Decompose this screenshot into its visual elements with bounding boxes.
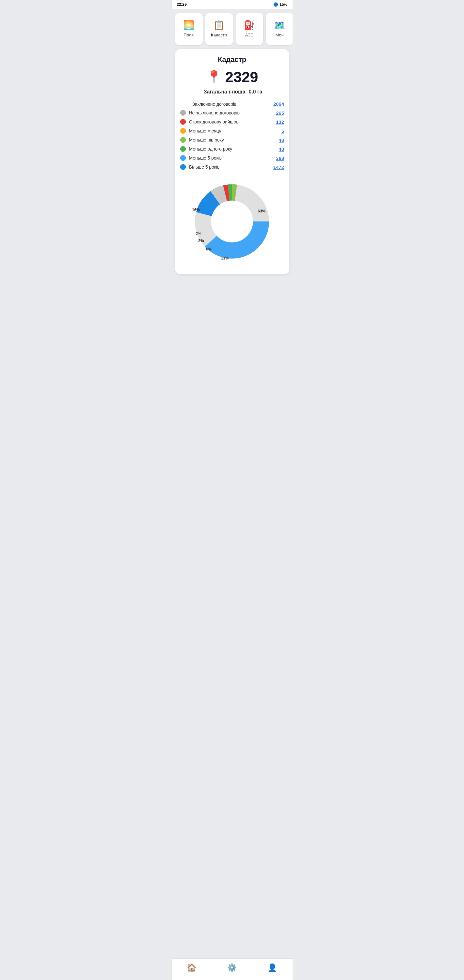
stat-value-signed[interactable]: 2064 <box>273 101 284 107</box>
stat-row-signed: Заключено договорів 2064 <box>180 101 284 107</box>
total-area-value: 0.0 га <box>249 89 262 94</box>
status-indicators: 🔵 15% <box>273 2 287 7</box>
dot-less-month <box>180 128 186 134</box>
dot-more-5years <box>180 164 186 170</box>
stat-label-less-5years: Меньше 5 років <box>189 155 273 161</box>
status-bar: 22:29 🔵 15% <box>172 0 292 9</box>
stat-value-expired[interactable]: 132 <box>276 119 284 125</box>
label-16pct: 16% <box>192 208 200 212</box>
chart-svg: 63% 16% 11% 6% 2% 2% <box>187 177 277 267</box>
stat-value-unsigned[interactable]: 265 <box>276 110 284 116</box>
cadastre-icon: 📋 <box>213 21 225 30</box>
dot-less-half-year <box>180 137 186 143</box>
stat-label-less-half-year: Меньше пів року <box>189 137 275 143</box>
main-cadastre-card: Кадастр 📍 2329 Загальна площа 0.0 га Зак… <box>175 49 289 274</box>
dot-less-5years <box>180 155 186 161</box>
nav-card-cadastre[interactable]: 📋 Кадастр <box>205 13 233 45</box>
label-11pct: 11% <box>221 256 229 261</box>
stats-list: Заключено договорів 2064 Не заключено до… <box>180 101 284 170</box>
stat-value-less-month[interactable]: 5 <box>281 128 284 134</box>
stat-row-unsigned: Не заключено договорів 265 <box>180 110 284 116</box>
stat-row-less-half-year: Меньше пів року 48 <box>180 137 284 143</box>
label-63pct: 63% <box>258 209 265 213</box>
stat-label-more-5years: Більше 5 років <box>189 164 270 170</box>
total-area-row: Загальна площа 0.0 га <box>180 89 284 95</box>
stat-value-less-year[interactable]: 40 <box>279 146 284 152</box>
stat-row-less-month: Меньше місяця 5 <box>180 128 284 134</box>
status-time: 22:29 <box>177 2 187 7</box>
stat-row-less-5years: Меньше 5 років 368 <box>180 155 284 161</box>
gas-icon: ⛽ <box>243 21 255 30</box>
stat-label-signed: Заключено договорів <box>192 102 270 107</box>
mon-icon: 🗺️ <box>274 21 285 30</box>
stat-row-expired: Строк договору вийшов 132 <box>180 119 284 125</box>
stat-label-less-month: Меньше місяця <box>189 128 278 134</box>
dot-unsigned <box>180 110 186 116</box>
stat-label-unsigned: Не заключено договорів <box>189 110 273 115</box>
nav-card-fields[interactable]: 🌅 Поля <box>175 13 203 45</box>
stat-value-more-5years[interactable]: 1472 <box>273 164 284 170</box>
hero-pin-icon: 📍 <box>206 70 222 85</box>
nav-card-mon[interactable]: 🗺️ Мон <box>266 13 292 45</box>
stat-label-expired: Строк договору вийшов <box>189 119 273 124</box>
stat-value-less-5years[interactable]: 368 <box>276 155 284 161</box>
fields-label: Поля <box>184 33 194 37</box>
dot-less-year <box>180 146 186 152</box>
total-area-label: Загальна площа <box>203 89 245 94</box>
donut-chart: 63% 16% 11% 6% 2% 2% <box>187 177 277 267</box>
mon-label: Мон <box>275 33 284 37</box>
stat-label-less-year: Меньше одного року <box>189 146 275 151</box>
label-2pct-2: 2% <box>198 239 204 243</box>
gas-label: АЗС <box>245 33 254 37</box>
fields-icon: 🌅 <box>183 21 194 30</box>
chart-center <box>211 201 253 242</box>
label-2pct-1: 2% <box>195 231 202 236</box>
stat-value-less-half-year[interactable]: 48 <box>279 137 284 143</box>
stat-row-more-5years: Більше 5 років 1472 <box>180 164 284 170</box>
card-title: Кадастр <box>180 56 284 64</box>
stat-row-less-year: Меньше одного року 40 <box>180 146 284 152</box>
label-6pct: 6% <box>206 247 212 251</box>
hero-number: 2329 <box>225 68 258 86</box>
dot-expired <box>180 119 186 125</box>
nav-card-gas[interactable]: ⛽ АЗС <box>235 13 263 45</box>
cadastre-label: Кадастр <box>211 33 227 37</box>
nav-cards-row: 🌅 Поля 📋 Кадастр ⛽ АЗС 🗺️ Мон <box>172 9 292 49</box>
hero-count-row: 📍 2329 <box>180 68 284 86</box>
